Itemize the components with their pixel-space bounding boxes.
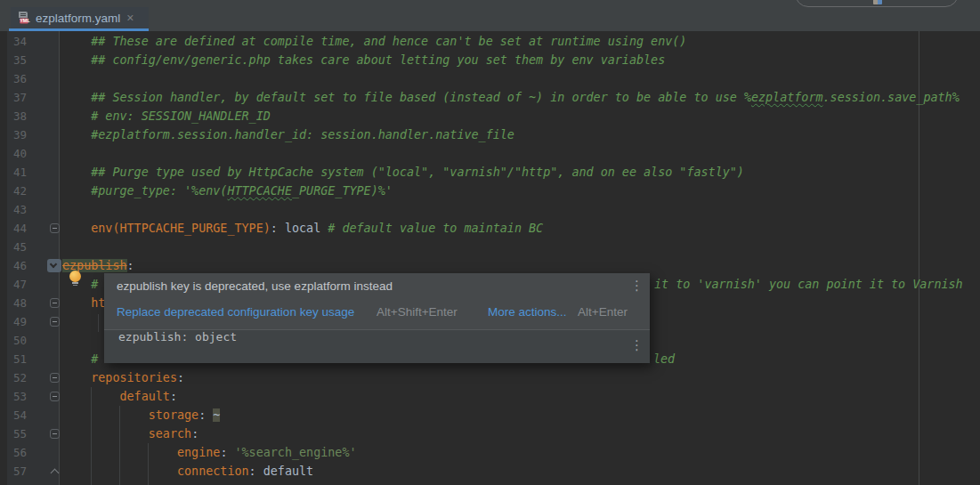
code-token: HTTPCACHE	[227, 184, 292, 198]
fold-collapse-icon[interactable]	[50, 298, 60, 308]
line-number: 44	[7, 219, 27, 238]
line-number: 39	[7, 125, 27, 144]
code-token: connection	[62, 465, 249, 478]
code-token: led	[653, 350, 675, 368]
code-token: # env: SESSION_HANDLER_ID	[62, 109, 271, 123]
more-actions-link[interactable]: More actions...	[488, 302, 567, 323]
code-text: default:	[62, 387, 177, 406]
line-number: 57	[7, 462, 27, 481]
tab-ezplatform-yaml[interactable]: YML ezplatform.yaml ×	[11, 7, 149, 28]
line-number: 46	[7, 256, 27, 275]
editor-pane[interactable]: 34 ## These are defined at compile time,…	[0, 31, 980, 485]
code-token: ## Purge type used by HttpCache system (…	[62, 166, 744, 179]
code-line: 40	[0, 144, 980, 163]
popup-detail-section: ezpublish: object ⋮	[104, 329, 650, 363]
code-text: search:	[62, 424, 198, 443]
code-line: 35 ## config/env/generic.php takes care …	[0, 51, 980, 69]
code-line: 36	[0, 69, 980, 88]
line-number: 49	[7, 312, 27, 331]
line-number: 43	[7, 200, 27, 219]
code-line: 38 # env: SESSION_HANDLER_ID	[0, 107, 980, 125]
code-token: ## These are defined at compile time, an…	[62, 35, 686, 48]
line-number: 51	[7, 350, 27, 368]
code-line: 46ezpublish:	[0, 256, 980, 275]
line-number: 40	[7, 144, 27, 163]
code-token: :	[177, 371, 184, 384]
kebab-menu-icon[interactable]: ⋮	[630, 337, 643, 353]
fold-region-icon[interactable]	[50, 467, 61, 479]
code-token: :	[271, 222, 285, 235]
fold-collapse-icon[interactable]	[50, 317, 60, 327]
code-token: ht	[62, 296, 105, 310]
line-number: 53	[7, 387, 27, 406]
code-line: 39 #ezplatform.session.handler_id: sessi…	[0, 125, 980, 144]
fold-collapse-icon[interactable]	[50, 373, 60, 383]
code-line: 52 repositories:	[0, 368, 980, 387]
line-number: 50	[7, 331, 27, 350]
code-text: # env: SESSION_HANDLER_ID	[62, 107, 271, 125]
line-number: 36	[7, 69, 27, 88]
fold-collapse-icon[interactable]	[50, 429, 60, 439]
fold-collapse-icon[interactable]	[50, 392, 60, 401]
code-token: .session.save_path%	[823, 91, 960, 104]
code-text: ## Session handler, by default set to fi…	[62, 88, 960, 107]
code-token: engine	[62, 446, 220, 459]
code-text: ## These are defined at compile time, an…	[62, 32, 686, 51]
code-line: 54 storage: ~	[0, 406, 980, 424]
code-line: 42 #purge_type: '%env(HTTPCACHE_PURGE_TY…	[0, 182, 980, 200]
code-text: #purge_type: '%env(HTTPCACHE_PURGE_TYPE)…	[62, 182, 393, 200]
intention-popup: ezpublish key is deprecated, use ezplatf…	[104, 273, 650, 363]
line-number: 38	[7, 107, 27, 125]
intention-lightbulb-icon[interactable]	[69, 271, 82, 287]
screen-widget-icon	[873, 0, 882, 4]
code-line: 53 default:	[0, 387, 980, 406]
line-number: 55	[7, 424, 27, 443]
popup-actions-row: Replace deprecated configuration key usa…	[104, 302, 650, 323]
replace-action-link[interactable]: Replace deprecated configuration key usa…	[117, 302, 354, 323]
code-token: '%search_engine%'	[235, 446, 357, 459]
code-line: 56 engine: '%search_engine%'	[0, 443, 980, 462]
code-text: ## Purge type used by HttpCache system (…	[62, 163, 744, 182]
popup-title: ezpublish key is deprecated, use ezplatf…	[117, 279, 393, 293]
code-token: :	[127, 259, 134, 272]
code-token: #purge_type: '%env(	[62, 184, 227, 198]
line-number: 37	[7, 88, 27, 107]
code-token: repositories	[62, 371, 177, 384]
popup-detail-text: ezpublish: object	[118, 330, 237, 344]
code-token: :	[249, 465, 263, 478]
code-token: storage	[62, 408, 198, 422]
line-number: 34	[7, 32, 27, 51]
code-token: local	[285, 222, 328, 235]
code-line: 34 ## These are defined at compile time,…	[0, 32, 980, 51]
kebab-menu-icon[interactable]: ⋮	[630, 278, 643, 294]
run-widget-partial[interactable]	[795, 0, 959, 7]
code-text: storage: ~	[62, 406, 220, 424]
line-number: 45	[7, 238, 27, 256]
line-number: 48	[7, 294, 27, 312]
code-text: ## config/env/generic.php takes care abo…	[62, 51, 665, 69]
code-token: _PURGE_TYPE)%'	[292, 184, 393, 198]
editor-tab-bar: YML ezplatform.yaml ×	[0, 0, 980, 31]
code-line: 44 env(HTTPCACHE_PURGE_TYPE): local # de…	[0, 219, 980, 238]
code-token: ezplatform	[751, 91, 823, 104]
code-text: #	[62, 350, 105, 368]
line-number: 47	[7, 275, 27, 294]
code-token: ## config/env/generic.php takes care abo…	[62, 53, 665, 67]
code-line: 37 ## Session handler, by default set to…	[0, 88, 980, 107]
line-number: 41	[7, 163, 27, 182]
close-icon[interactable]: ×	[126, 12, 134, 24]
code-text: connection: default	[62, 462, 313, 481]
fold-region-icon[interactable]	[47, 259, 61, 272]
code-text: engine: '%search_engine%'	[62, 443, 357, 462]
code-token: ## Session handler, by default set to fi…	[62, 91, 751, 104]
code-token: env(HTTPCACHE_PURGE_TYPE)	[62, 222, 271, 235]
code-token: # default value to maintain BC	[328, 222, 543, 235]
action-shortcut: Alt+Shift+Enter	[377, 302, 458, 323]
line-number: 35	[7, 51, 27, 69]
more-actions-shortcut: Alt+Enter	[578, 302, 628, 323]
code-token: search	[62, 427, 191, 441]
line-number: 56	[7, 443, 27, 462]
code-token: :	[191, 427, 198, 441]
fold-collapse-icon[interactable]	[50, 223, 60, 233]
code-line: 55 search:	[0, 424, 980, 443]
